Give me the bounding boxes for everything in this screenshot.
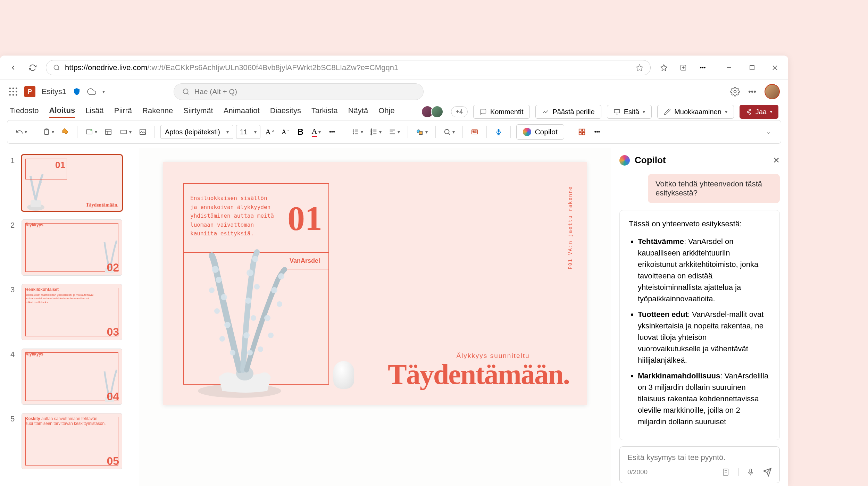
shrink-font-button[interactable]: Aˇ <box>279 124 292 140</box>
font-family-select[interactable]: Aptos (leipäteksti)▾ <box>160 125 233 139</box>
tab-design[interactable]: Rakenne <box>142 106 173 117</box>
svg-point-10 <box>12 94 14 96</box>
svg-rect-29 <box>419 131 423 134</box>
paste-button[interactable]: ▾ <box>41 124 56 140</box>
svg-point-59 <box>271 287 277 293</box>
font-more-button[interactable]: ••• <box>326 124 338 140</box>
search-input[interactable] <box>194 87 415 96</box>
favorite-icon[interactable] <box>636 64 643 72</box>
presence-avatars[interactable] <box>424 106 443 118</box>
refresh-button[interactable] <box>26 61 39 74</box>
back-button[interactable] <box>7 61 19 74</box>
minimize-button[interactable] <box>723 61 735 74</box>
font-color-button[interactable]: A▾ <box>310 124 323 140</box>
thumb-number: 3 <box>10 284 17 340</box>
close-window-button[interactable] <box>769 61 781 74</box>
font-size-select[interactable]: 11▾ <box>236 125 260 139</box>
share-button[interactable]: Jaa▾ <box>740 105 778 119</box>
close-pane-button[interactable]: ✕ <box>773 156 780 165</box>
doc-menu-chevron[interactable]: ▾ <box>102 89 105 94</box>
find-button[interactable]: ▾ <box>441 124 457 140</box>
grow-font-button[interactable]: A^ <box>263 124 276 140</box>
svg-rect-33 <box>579 129 581 131</box>
app-header: P Esitys1 ▾ ••• <box>0 80 788 103</box>
svg-point-6 <box>9 91 11 93</box>
ribbon-collapse-button[interactable]: ⌵ <box>762 124 775 140</box>
tab-insert[interactable]: Lisää <box>85 106 104 117</box>
document-name[interactable]: Esitys1 <box>42 87 66 96</box>
comments-button[interactable]: Kommentit <box>473 105 530 119</box>
slide-canvas-area[interactable]: Ensiluokkaisen sisällön ja ennakoivan äl… <box>139 148 611 486</box>
align-button[interactable]: ▾ <box>386 124 402 140</box>
tab-transitions[interactable]: Siirtymät <box>183 106 213 117</box>
picture-button[interactable] <box>136 124 149 140</box>
present-button[interactable]: Esitä▾ <box>607 105 652 119</box>
url-text: https://onedrive.live.com/:w:/t/EaCKkPs6… <box>65 63 631 72</box>
slide-title[interactable]: Täydentämään. <box>388 358 569 391</box>
favorites-button[interactable] <box>658 61 670 74</box>
slide-thumbnail-1[interactable]: 01 Täydentämään. <box>22 155 122 211</box>
settings-gear-icon[interactable] <box>730 87 740 97</box>
tab-file[interactable]: Tiedosto <box>10 106 39 117</box>
presence-avatar-2[interactable] <box>431 106 443 118</box>
collections-button[interactable] <box>677 61 690 74</box>
svg-point-11 <box>16 94 17 96</box>
new-slide-button[interactable]: ▾ <box>83 124 99 140</box>
bullets-button[interactable]: ▾ <box>350 124 365 140</box>
header-more-button[interactable]: ••• <box>748 87 756 96</box>
slide-options-button[interactable]: ▾ <box>117 124 134 140</box>
ribbon-tabs: Tiedosto Aloitus Lisää Piirrä Rakenne Si… <box>0 103 788 120</box>
slide-thumbnail-2[interactable]: Älykkyys 02 <box>22 219 122 276</box>
format-painter-button[interactable] <box>59 124 72 140</box>
slide-number-large[interactable]: 01 <box>281 184 328 252</box>
grid-view-button[interactable] <box>576 124 588 140</box>
svg-point-53 <box>254 284 260 290</box>
copilot-input-box[interactable]: 0/2000 <box>619 446 780 483</box>
search-box[interactable] <box>174 83 424 100</box>
slide-description[interactable]: Ensiluokkaisen sisällön ja ennakoivan äl… <box>184 184 281 252</box>
svg-text:3: 3 <box>371 133 372 136</box>
tab-view[interactable]: Näytä <box>348 106 368 117</box>
tab-home[interactable]: Aloitus <box>49 106 75 118</box>
numbering-button[interactable]: 123▾ <box>368 124 384 140</box>
shapes-button[interactable]: ▾ <box>414 124 430 140</box>
slide-thumbnail-4[interactable]: Älykkyys 04 <box>22 349 122 405</box>
tab-review[interactable]: Tarkista <box>311 106 338 117</box>
tab-help[interactable]: Ohje <box>378 106 394 117</box>
slide-thumbnail-5[interactable]: Keskity auttaa saavuttamaan tehtävän suo… <box>22 413 122 469</box>
maximize-button[interactable] <box>746 61 758 74</box>
layout-button[interactable] <box>102 124 115 140</box>
tab-draw[interactable]: Piirrä <box>114 106 132 117</box>
saved-cloud-icon[interactable] <box>87 87 96 96</box>
url-bar[interactable]: https://onedrive.live.com/:w:/t/EaCKkPs6… <box>46 60 651 75</box>
app-launcher-icon[interactable] <box>8 87 18 97</box>
designer-button[interactable] <box>468 124 481 140</box>
editing-mode-button[interactable]: Muokkaaminen▾ <box>657 105 734 119</box>
slide-side-label: P01 VA:n jaettu rakenne <box>567 186 573 269</box>
user-avatar[interactable] <box>765 84 780 99</box>
copilot-response: Tässä on yhteenveto esityksestä: Tehtävä… <box>619 210 780 440</box>
copilot-toolbar-button[interactable]: Copilot <box>516 124 564 140</box>
tab-animations[interactable]: Animaatiot <box>224 106 260 117</box>
svg-point-52 <box>247 269 253 276</box>
svg-rect-34 <box>583 129 585 131</box>
dictate-button[interactable] <box>492 124 505 140</box>
svg-rect-19 <box>106 129 111 135</box>
undo-button[interactable]: ▾ <box>14 124 29 140</box>
slide-thumbnail-3[interactable]: Henkilökohtaiset kokemukset räätälöidään… <box>22 284 122 340</box>
copilot-input[interactable] <box>627 453 772 462</box>
copilot-user-message: Voitko tehdä yhteenvedon tästä esitykses… <box>648 174 780 203</box>
mic-icon[interactable] <box>747 468 754 477</box>
presence-more[interactable]: +4 <box>451 106 468 117</box>
svg-point-61 <box>264 315 270 321</box>
svg-point-56 <box>243 332 250 338</box>
sensitivity-shield-icon[interactable] <box>73 87 81 96</box>
attachment-icon[interactable] <box>721 468 730 476</box>
bold-button[interactable]: B <box>294 124 307 140</box>
slide-canvas[interactable]: Ensiluokkaisen sisällön ja ennakoivan äl… <box>163 162 587 405</box>
catchup-button[interactable]: Päästä perille <box>535 105 601 119</box>
send-icon[interactable] <box>763 468 772 477</box>
browser-more-button[interactable]: ••• <box>696 61 709 74</box>
tab-slideshow[interactable]: Diaesitys <box>270 106 301 117</box>
toolbar-more-button[interactable]: ••• <box>591 124 603 140</box>
